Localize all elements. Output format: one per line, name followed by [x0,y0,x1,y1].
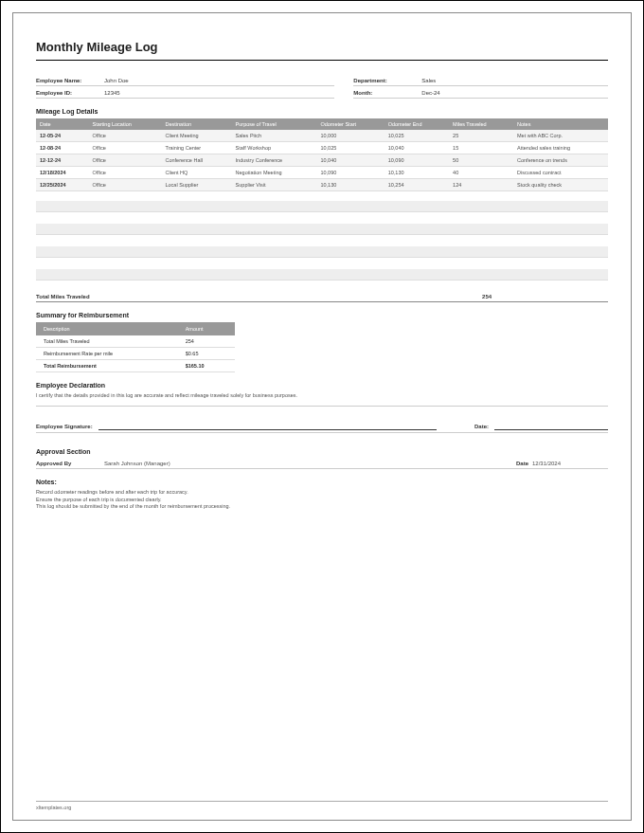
blank-row [36,269,608,281]
employee-name-value: John Doe [104,78,129,83]
info-row-2: Employee ID: 12345 Month: Dec-24 [36,90,608,99]
total-label: Total Miles Traveled [36,294,482,299]
col-purpose: Purpose of Travel [232,118,317,130]
department-label: Department: [353,78,421,83]
col-notes: Notes [513,118,608,130]
notes-title: Notes: [36,479,608,485]
summary-table: Description Amount Total Miles Traveled … [36,322,235,372]
blank-row [36,201,608,212]
department-value: Sales [421,78,436,83]
col-odo-start: Odometer Start [316,118,384,130]
approval-section-title: Approval Section [36,448,608,455]
table-row: 12-08-24OfficeTraining CenterStaff Works… [36,142,608,154]
blank-rows [36,201,608,281]
table-row: 12/18/2024OfficeClient HQNegotiation Mee… [36,167,608,179]
total-miles-row: Total Miles Traveled 254 [36,292,608,302]
signature-date-line [494,424,608,430]
signature-row: Employee Signature: Date: [36,424,608,433]
signature-date-label: Date: [474,424,489,430]
approval-date-label: Date [516,461,528,466]
note-item: This log should be submitted by the end … [36,503,608,511]
employee-id-label: Employee ID: [36,90,104,96]
mileage-log-table: Date Starting Location Destination Purpo… [36,118,608,191]
employee-id-value: 12345 [104,90,120,96]
table-row: 12-05-24OfficeClient MeetingSales Pitch1… [36,130,608,142]
col-date: Date [36,118,89,130]
summary-row: Total Miles Traveled 254 [36,335,235,348]
note-item: Ensure the purpose of each trip is docum… [36,497,608,504]
col-odo-end: Odometer End [385,118,449,130]
col-destination: Destination [161,118,231,130]
info-row-1: Employee Name: John Doe Department: Sale… [36,78,608,86]
notes-list: Record odometer readings before and afte… [36,489,608,511]
summary-title: Summary for Reimbursement [36,312,608,318]
approved-by-label: Approved By [36,461,104,466]
employee-signature-line [98,424,437,430]
declaration-title: Employee Declaration [36,382,608,389]
document-inner-page: Monthly Mileage Log Employee Name: John … [12,12,632,821]
summary-col-amount: Amount [178,322,235,335]
approved-by-value: Sarah Johnson (Manager) [104,461,516,466]
employee-name-label: Employee Name: [36,78,104,83]
table-row: 12-12-24OfficeConference HallIndustry Co… [36,154,608,167]
approval-row: Approved By Sarah Johnson (Manager) Date… [36,459,608,469]
month-label: Month: [353,90,421,96]
col-miles: Miles Traveled [449,118,513,130]
summary-col-desc: Description [36,322,178,335]
employee-signature-label: Employee Signature: [36,424,93,430]
note-item: Record odometer readings before and afte… [36,489,608,497]
document-outer-border: Monthly Mileage Log Employee Name: John … [0,0,644,833]
summary-row: Reimbursement Rate per mile $0.65 [36,348,235,360]
month-value: Dec-24 [421,90,439,96]
log-section-title: Mileage Log Details [36,108,608,115]
approval-date-value: 12/31/2024 [532,461,608,466]
total-value: 254 [482,294,608,299]
footer-text: xltemplates.org [36,801,608,810]
declaration-text: I certify that the details provided in t… [36,392,608,407]
summary-total-row: Total Reimbursement $165.10 [36,360,235,372]
page-title: Monthly Mileage Log [36,40,608,61]
col-start-location: Starting Location [89,118,162,130]
blank-row [36,246,608,258]
blank-row [36,224,608,235]
table-row: 12/25/2024OfficeLocal SupplierSupplier V… [36,179,608,191]
